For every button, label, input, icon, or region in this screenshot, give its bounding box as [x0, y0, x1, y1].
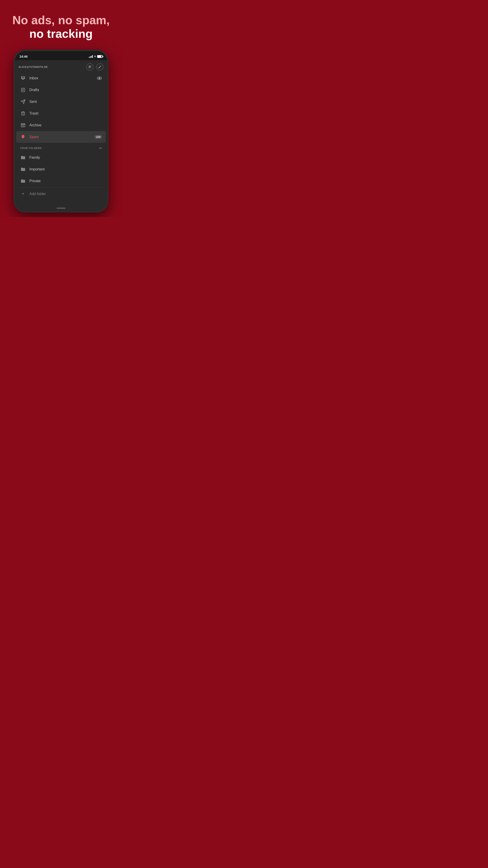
- archive-icon: [20, 122, 26, 128]
- svg-point-7: [23, 136, 24, 137]
- family-folder-icon: [20, 154, 26, 161]
- status-time: 14:44: [20, 55, 28, 58]
- app-header: ALICE@TUTANOTA.DE: [15, 60, 107, 72]
- svg-rect-1: [89, 67, 91, 67]
- inbox-icon: [20, 75, 26, 81]
- svg-rect-0: [89, 66, 91, 66]
- nav-item-private[interactable]: Private: [16, 175, 106, 187]
- drafts-icon: [20, 87, 26, 93]
- status-icons: ⊛: [89, 55, 103, 58]
- inbox-label: Inbox: [29, 76, 94, 80]
- spam-icon: [20, 134, 26, 140]
- battery-icon: [97, 55, 103, 58]
- nav-item-spam[interactable]: Spam 173: [16, 131, 106, 143]
- nav-item-sent[interactable]: Sent: [16, 96, 106, 107]
- account-email: ALICE@TUTANOTA.DE: [19, 66, 48, 68]
- nav-item-family[interactable]: Family: [16, 152, 106, 163]
- phone-mockup: 14:44 ⊛ ALICE@TUTANOTA.DE: [13, 50, 108, 213]
- important-folder-icon: [20, 166, 26, 173]
- svg-rect-4: [22, 112, 25, 115]
- archive-label: Archive: [29, 123, 102, 127]
- trash-icon: [20, 110, 26, 117]
- home-indicator: [57, 208, 66, 209]
- header-actions: [86, 63, 103, 70]
- nav-item-trash[interactable]: Trash: [16, 107, 106, 119]
- svg-rect-6: [21, 124, 25, 127]
- compose-button[interactable]: [96, 63, 103, 70]
- wifi-icon: ⊛: [94, 55, 96, 58]
- add-folder-item[interactable]: + Add folder: [16, 188, 106, 200]
- trash-label: Trash: [29, 112, 102, 116]
- folders-section-header: YOUR FOLDERS ✏: [15, 143, 107, 152]
- signal-icon: [89, 55, 93, 58]
- folders-edit-button[interactable]: ✏: [99, 146, 102, 150]
- family-label: Family: [29, 156, 102, 160]
- phone-notch: [46, 51, 76, 57]
- spam-badge: 173: [94, 135, 102, 139]
- svg-rect-2: [89, 68, 90, 68]
- checklist-icon: [88, 65, 92, 69]
- private-label: Private: [29, 179, 102, 183]
- nav-item-drafts[interactable]: Drafts: [16, 84, 106, 96]
- drafts-label: Drafts: [29, 88, 102, 92]
- nav-item-archive[interactable]: Archive: [16, 119, 106, 131]
- divider: [19, 187, 103, 188]
- headline-section: No ads, no spam, no tracking: [0, 0, 122, 50]
- add-folder-icon: +: [20, 191, 26, 197]
- important-label: Important: [29, 167, 102, 171]
- sent-label: Sent: [29, 100, 102, 104]
- add-folder-label: Add folder: [29, 192, 46, 196]
- nav-item-important[interactable]: Important: [16, 163, 106, 175]
- nav-item-inbox[interactable]: Inbox 1: [16, 72, 106, 84]
- compose-icon: [98, 65, 102, 69]
- sent-icon: [20, 98, 26, 105]
- folders-section-title: YOUR FOLDERS: [20, 147, 42, 149]
- checklist-button[interactable]: [86, 63, 94, 70]
- private-folder-icon: [20, 178, 26, 184]
- spam-label: Spam: [29, 135, 91, 139]
- app-content: ALICE@TUTANOTA.DE: [15, 60, 107, 211]
- inbox-badge: 1: [97, 76, 102, 80]
- headline-text: No ads, no spam, no tracking: [9, 13, 113, 41]
